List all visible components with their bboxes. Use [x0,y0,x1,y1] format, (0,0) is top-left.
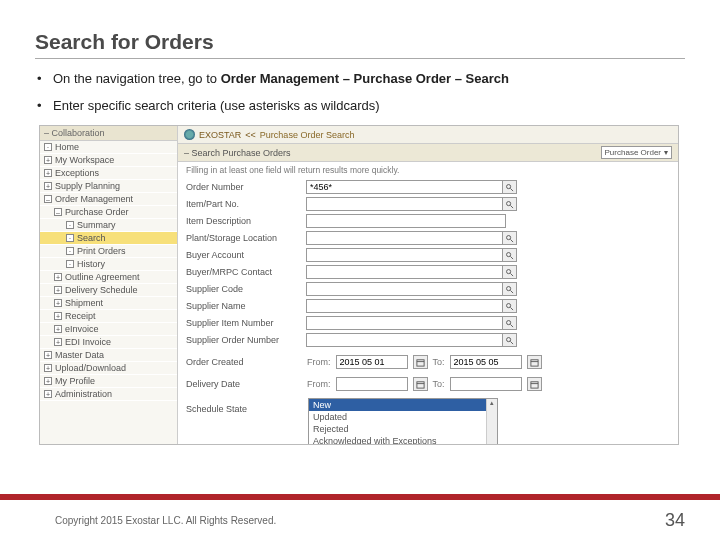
text-input[interactable] [306,299,506,313]
picker-icon[interactable] [502,299,517,313]
nav-item[interactable]: +Shipment [40,297,177,310]
tree-toggle-icon: + [54,338,62,346]
svg-line-3 [510,205,513,208]
tree-toggle-icon: – [44,195,52,203]
calendar-icon[interactable] [527,377,542,391]
nav-label: My Profile [55,376,95,386]
main-panel: EXOSTAR << Purchase Order Search – Searc… [178,126,678,444]
nav-item[interactable]: +Administration [40,388,177,401]
svg-line-7 [510,256,513,259]
nav-label: History [77,259,105,269]
text-input[interactable] [306,248,506,262]
calendar-icon[interactable] [413,355,428,369]
nav-item[interactable]: ·Home [40,141,177,154]
date-to-input[interactable] [450,355,522,369]
nav-label: Search [77,233,106,243]
listbox-option[interactable]: New [309,399,497,411]
nav-item[interactable]: +Upload/Download [40,362,177,375]
text-input[interactable] [306,265,506,279]
state-listbox[interactable]: NewUpdatedRejectedAcknowledged with Exce… [308,398,498,445]
hint-text: Filling in at least one field will retur… [178,162,678,178]
tree-toggle-icon: + [54,325,62,333]
svg-point-2 [507,201,511,205]
picker-icon[interactable] [502,231,517,245]
nav-item[interactable]: +My Profile [40,375,177,388]
field-label: Plant/Storage Location [186,233,306,243]
nav-item[interactable]: +My Workspace [40,154,177,167]
listbox-option[interactable]: Rejected [309,423,497,435]
tree-toggle-icon: · [66,260,74,268]
field-label: Buyer Account [186,250,306,260]
picker-icon[interactable] [502,265,517,279]
nav-item[interactable]: ·Search [40,232,177,245]
nav-label: Summary [77,220,116,230]
svg-line-13 [510,307,513,310]
nav-item[interactable]: +Receipt [40,310,177,323]
nav-header[interactable]: – Collaboration [40,126,177,141]
chevron-down-icon: ▾ [664,148,668,157]
svg-point-16 [507,337,511,341]
nav-label: Delivery Schedule [65,285,138,295]
field-label: Order Number [186,182,306,192]
state-label: Schedule State [186,398,302,414]
crumb-sep: << [245,130,256,140]
nav-item[interactable]: ·History [40,258,177,271]
picker-icon[interactable] [502,248,517,262]
nav-item[interactable]: –Order Management [40,193,177,206]
svg-rect-22 [416,381,423,387]
text-input[interactable] [306,214,506,228]
nav-item[interactable]: –Purchase Order [40,206,177,219]
tree-toggle-icon: · [66,247,74,255]
tree-toggle-icon: – [54,208,62,216]
picker-icon[interactable] [502,316,517,330]
date-from-input[interactable] [336,355,408,369]
svg-line-1 [510,188,513,191]
copyright: Copyright 2015 Exostar LLC. All Rights R… [55,515,276,526]
svg-line-9 [510,273,513,276]
nav-item[interactable]: +Supply Planning [40,180,177,193]
text-input[interactable] [306,333,506,347]
nav-label: My Workspace [55,155,114,165]
tree-toggle-icon: + [54,286,62,294]
tree-toggle-icon: + [54,312,62,320]
nav-item[interactable]: +Master Data [40,349,177,362]
date-to-input[interactable] [450,377,522,391]
calendar-icon[interactable] [527,355,542,369]
nav-item[interactable]: +Delivery Schedule [40,284,177,297]
nav-label: Purchase Order [65,207,129,217]
picker-icon[interactable] [502,180,517,194]
nav-item[interactable]: ·Print Orders [40,245,177,258]
nav-label: Shipment [65,298,103,308]
nav-item[interactable]: +Outline Agreement [40,271,177,284]
calendar-icon[interactable] [413,377,428,391]
text-input[interactable] [306,180,506,194]
tree-toggle-icon: · [44,143,52,151]
from-label: From: [307,357,331,367]
svg-point-6 [507,252,511,256]
picker-icon[interactable] [502,197,517,211]
tree-toggle-icon: + [54,299,62,307]
picker-icon[interactable] [502,333,517,347]
text-input[interactable] [306,316,506,330]
listbox-option[interactable]: Updated [309,411,497,423]
nav-item[interactable]: +eInvoice [40,323,177,336]
page-number: 34 [665,510,685,531]
picker-icon[interactable] [502,282,517,296]
date-from-input[interactable] [336,377,408,391]
text-input[interactable] [306,282,506,296]
text-input[interactable] [306,197,506,211]
scope-dropdown[interactable]: Purchase Order ▾ [601,146,672,159]
svg-point-12 [507,303,511,307]
nav-label: EDI Invoice [65,337,111,347]
scrollbar[interactable]: ▴▾ [486,399,497,445]
brand-text: EXOSTAR [199,130,241,140]
svg-point-14 [507,320,511,324]
text-input[interactable] [306,231,506,245]
tree-toggle-icon: + [44,182,52,190]
nav-item[interactable]: +EDI Invoice [40,336,177,349]
tree-toggle-icon: · [66,221,74,229]
nav-item[interactable]: ·Summary [40,219,177,232]
nav-item[interactable]: +Exceptions [40,167,177,180]
listbox-option[interactable]: Acknowledged with Exceptions [309,435,497,445]
svg-line-17 [510,341,513,344]
